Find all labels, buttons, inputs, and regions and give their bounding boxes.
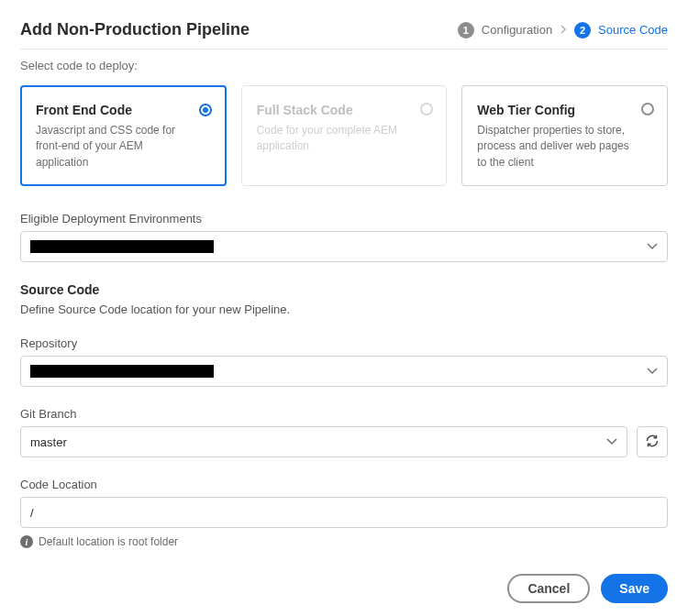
repository-field: Repository: [20, 336, 668, 387]
info-icon: i: [20, 535, 33, 548]
git-branch-select[interactable]: master: [20, 426, 627, 457]
chevron-down-icon: [647, 243, 658, 250]
deploy-type-cards: Front End Code Javascript and CSS code f…: [20, 85, 668, 186]
select-code-label: Select code to deploy:: [20, 59, 668, 72]
code-location-label: Code Location: [20, 478, 668, 491]
env-label: Eligible Deployment Environments: [20, 212, 668, 226]
stepper: 1 Configuration 2 Source Code: [458, 22, 668, 38]
chevron-down-icon: [647, 368, 658, 375]
cancel-button[interactable]: Cancel: [507, 574, 590, 603]
code-location-input[interactable]: /: [20, 497, 668, 528]
dialog-footer: Cancel Save: [20, 574, 668, 603]
card-desc: Code for your complete AEM application: [257, 123, 432, 155]
code-location-helper-text: Default location is root folder: [39, 535, 178, 548]
chevron-right-icon: [560, 23, 567, 37]
source-code-section: Source Code Define Source Code location …: [20, 282, 668, 548]
env-select[interactable]: [20, 231, 668, 262]
card-desc: Dispatcher properties to store, process …: [477, 123, 652, 170]
card-title: Web Tier Config: [477, 103, 652, 117]
repository-select[interactable]: [20, 356, 668, 387]
card-full-stack-code: Full Stack Code Code for your complete A…: [241, 85, 448, 186]
card-desc: Javascript and CSS code for front-end of…: [36, 123, 211, 170]
repository-label: Repository: [20, 336, 668, 350]
save-button[interactable]: Save: [601, 574, 668, 603]
dialog-title: Add Non-Production Pipeline: [20, 20, 250, 39]
git-branch-value: master: [30, 435, 67, 449]
step-2-circle: 2: [574, 22, 591, 38]
repository-value-redacted: [30, 365, 214, 378]
step-1-label[interactable]: Configuration: [482, 23, 552, 37]
code-location-value: /: [30, 506, 34, 520]
source-code-desc: Define Source Code location for your new…: [20, 302, 668, 316]
card-front-end-code[interactable]: Front End Code Javascript and CSS code f…: [20, 85, 227, 186]
step-1-circle: 1: [458, 22, 474, 38]
git-branch-label: Git Branch: [20, 407, 668, 421]
step-2-label[interactable]: Source Code: [598, 23, 668, 37]
refresh-button[interactable]: [637, 426, 668, 457]
code-location-helper: i Default location is root folder: [20, 535, 668, 548]
source-code-title: Source Code: [20, 282, 668, 297]
env-value-redacted: [30, 240, 214, 253]
refresh-icon: [645, 434, 660, 451]
code-location-field: Code Location / i Default location is ro…: [20, 478, 668, 548]
git-branch-field: Git Branch master: [20, 407, 668, 457]
dialog-header: Add Non-Production Pipeline 1 Configurat…: [20, 20, 668, 50]
env-field: Eligible Deployment Environments: [20, 212, 668, 262]
radio-selected-icon[interactable]: [199, 104, 212, 116]
chevron-down-icon: [606, 438, 617, 446]
card-web-tier-config[interactable]: Web Tier Config Dispatcher properties to…: [461, 85, 668, 186]
radio-unselected-icon[interactable]: [641, 103, 654, 116]
card-title: Front End Code: [36, 103, 211, 117]
card-title: Full Stack Code: [257, 103, 432, 117]
